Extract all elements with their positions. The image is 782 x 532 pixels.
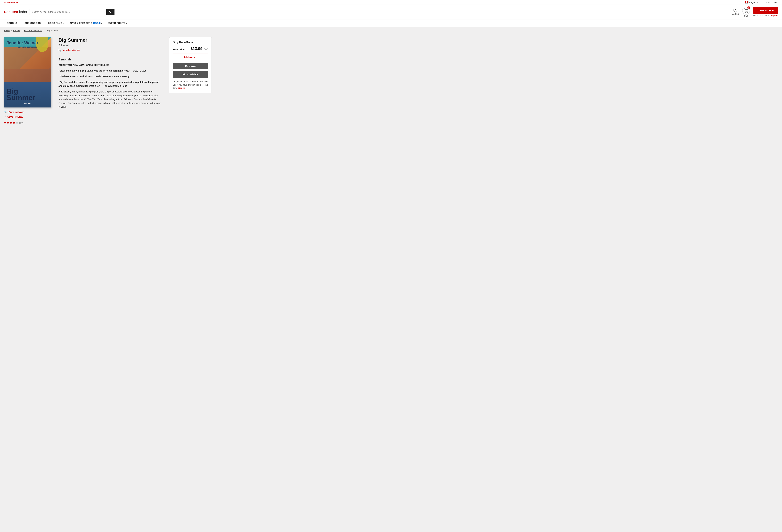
cover-title: Big Summer [6,88,49,101]
download-icon: ⬇ [4,115,6,118]
synopsis-line-5: A deliciously funny, remarkably poignant… [59,90,162,109]
nav-item-super-points[interactable]: SUPER POINTS ▾ [105,20,130,27]
sale-badge: SALE [94,22,101,24]
main-content: Jennifer Weiner New York BESTSELLER Big … [0,34,216,128]
price-value-group: $13.99 CAD [190,46,208,51]
help-link[interactable]: Help [774,1,778,4]
cart-label: Cart [744,15,748,17]
canada-flag-icon [745,1,748,4]
wishlist-button[interactable]: Wishlist [732,8,739,15]
top-bar-right: English ▾ Gift Cards Help [745,1,778,4]
account-group: Create account Have an account? Sign in [753,7,778,17]
synopsis-line-1: AN INSTANT NEW YORK TIMES BESTSELLER [59,63,162,67]
rating-count[interactable]: (146) [19,121,24,124]
chevron-down-icon: ▾ [101,22,102,24]
header: Rakuten kobo Wishlist 1 [0,5,782,20]
price-value: $13.99 [190,46,202,51]
cart-button[interactable]: 1 Cart [742,7,750,17]
language-label: English [749,1,756,4]
book-details: Big Summer A Novel by Jennifer Weiner Sy… [55,37,165,125]
star-3: ★ [10,121,12,125]
star-1: ★ [4,121,6,125]
price-row: Your price $13.99 CAD [173,46,208,51]
cover-novel: A NOVEL [6,102,49,104]
star-5-empty: ★ [16,121,18,125]
cart-icon [744,8,748,13]
price-label: Your price [173,48,184,50]
cover-author: Jennifer Weiner [6,40,49,45]
earn-rewards: Earn Rewards [4,1,18,4]
nav-item-kobo-plus[interactable]: KOBO PLUS ▾ [45,20,67,27]
top-bar: Earn Rewards English ▾ Gift Cards Help [0,0,782,5]
add-to-wishlist-button[interactable]: Add to Wishlist [173,71,208,78]
kobo-points-line2: See if you have enough points for this i… [173,83,208,90]
nav-item-ebooks[interactable]: eBOOKS ▾ [4,20,22,27]
book-title: Big Summer [59,37,162,43]
sign-in-area: Have an account? Sign in [753,14,778,17]
preview-now-button[interactable]: 🔍 Preview Now [4,110,51,113]
search-input[interactable] [30,9,106,15]
star-4: ★ [13,121,15,125]
chevron-down-icon: ▾ [126,22,127,24]
chevron-down-icon: ▾ [757,1,758,3]
search-preview-icon: 🔍 [4,110,7,113]
have-account-text: Have an account? Sign in [753,14,778,17]
book-cover: Jennifer Weiner New York BESTSELLER Big … [4,37,51,107]
book-cover-image: Jennifer Weiner New York BESTSELLER Big … [4,37,51,107]
kobo-points: Or, get it for 6400 Kobo Super Points! S… [173,80,208,90]
save-preview-button[interactable]: ⬇ Save Preview [4,115,51,118]
header-actions: Wishlist 1 Cart Create account Have an a… [732,7,778,17]
synopsis-line-2: "Sexy and satisfying, Big Summer is the … [59,69,162,73]
cart-circle: 1 [742,7,750,14]
buy-sidebar: Buy the eBook Your price $13.99 CAD Add … [169,37,212,125]
scroll-down[interactable]: ↓ [0,128,782,137]
star-2: ★ [7,121,9,125]
preview-actions: 🔍 Preview Now ⬇ Save Preview [4,110,51,118]
heart-icon [733,8,738,13]
breadcrumb-current: Big Summer [47,29,59,32]
synopsis-text: AN INSTANT NEW YORK TIMES BESTSELLER "Se… [59,63,162,109]
book-subtitle: A Novel [59,44,162,47]
add-to-cart-button[interactable]: Add to cart [173,54,208,61]
cart-badge: 1 [747,6,750,9]
search-icon [109,10,112,13]
ratings: ★ ★ ★ ★ ★ (146) [4,121,51,125]
svg-point-3 [747,12,748,12]
chevron-down-icon: ▾ [41,22,42,24]
author-link[interactable]: Jennifer Weiner [62,49,80,51]
synopsis-line-3: "The beach read to end all beach reads."… [59,75,162,78]
price-currency: CAD [204,48,208,50]
gift-cards-link[interactable]: Gift Cards [761,1,771,4]
breadcrumb: Home / eBooks / Fiction & Literature / B… [0,27,782,34]
chevron-down-icon: ▾ [63,22,64,24]
nav-item-audiobooks[interactable]: AUDIOBOOKS ▾ [22,20,45,27]
book-author: by Jennifer Weiner [59,49,162,52]
nav-item-apps[interactable]: APPS & eREADERS SALE ▾ [67,20,105,27]
create-account-button[interactable]: Create account [753,7,778,14]
svg-line-1 [111,12,111,13]
svg-point-2 [745,12,746,12]
search-button[interactable] [106,9,114,15]
kobo-points-line1: Or, get it for 6400 Kobo Super Points! [173,80,208,83]
star-rating[interactable]: ★ ★ ★ ★ ★ [4,121,18,125]
logo[interactable]: Rakuten kobo [4,10,27,14]
buy-title: Buy the eBook [173,41,208,44]
kobo-sign-in-link[interactable]: Sign in [178,87,185,89]
navigation: eBOOKS ▾ AUDIOBOOKS ▾ KOBO PLUS ▾ APPS &… [0,20,782,27]
wishlist-label: Wishlist [732,13,739,15]
sign-in-link[interactable]: Sign in [771,14,778,17]
breadcrumb-fiction[interactable]: Fiction & Literature [24,29,42,32]
language-selector[interactable]: English ▾ [745,1,758,4]
cover-nyt: New York BESTSELLER [6,46,49,48]
logo-text: Rakuten kobo [4,10,27,14]
breadcrumb-ebooks[interactable]: eBooks [13,29,21,32]
search-bar [30,9,114,15]
synopsis-heading: Synopsis [59,58,162,61]
book-cover-section: Jennifer Weiner New York BESTSELLER Big … [4,37,51,125]
buy-box: Buy the eBook Your price $13.99 CAD Add … [169,37,212,93]
chevron-down-icon: ▾ [17,22,19,24]
synopsis-line-4: "Big fun, and then some. It's empowering… [59,80,162,88]
breadcrumb-home[interactable]: Home [4,29,10,32]
buy-now-button[interactable]: Buy Now [173,63,208,69]
